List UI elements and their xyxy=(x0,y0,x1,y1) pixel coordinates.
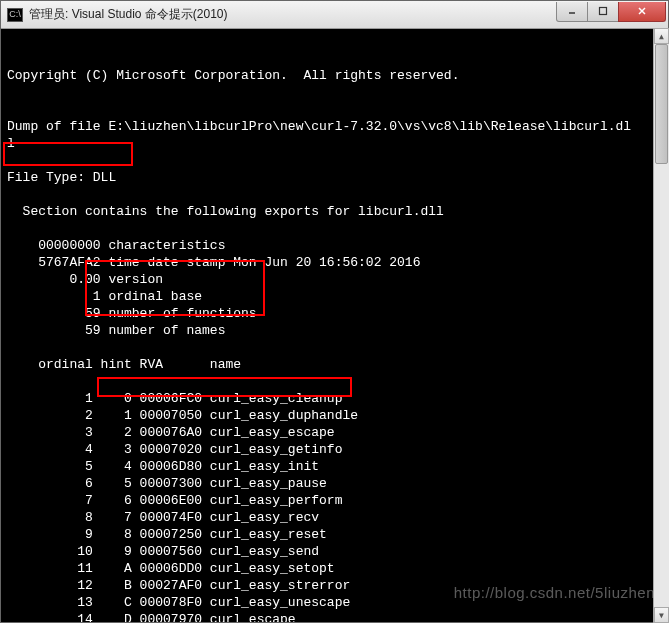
scroll-thumb[interactable] xyxy=(655,44,668,164)
titlebar[interactable]: C:\ 管理员: Visual Studio 命令提示(2010) xyxy=(1,1,668,29)
window-title: 管理员: Visual Studio 命令提示(2010) xyxy=(29,6,557,23)
terminal-text: Copyright (C) Microsoft Corporation. All… xyxy=(7,67,662,622)
maximize-button[interactable] xyxy=(587,2,619,22)
minimize-button[interactable] xyxy=(556,2,588,22)
cmd-icon: C:\ xyxy=(7,8,23,22)
scroll-down-arrow[interactable]: ▼ xyxy=(654,607,669,623)
scroll-track[interactable] xyxy=(654,44,669,607)
vertical-scrollbar[interactable]: ▲ ▼ xyxy=(653,28,669,623)
scroll-up-arrow[interactable]: ▲ xyxy=(654,28,669,44)
command-prompt-window: C:\ 管理员: Visual Studio 命令提示(2010) Copyri… xyxy=(0,0,669,623)
svg-rect-1 xyxy=(600,8,607,15)
terminal-output[interactable]: Copyright (C) Microsoft Corporation. All… xyxy=(1,29,668,622)
window-controls xyxy=(557,2,666,22)
close-button[interactable] xyxy=(618,2,666,22)
